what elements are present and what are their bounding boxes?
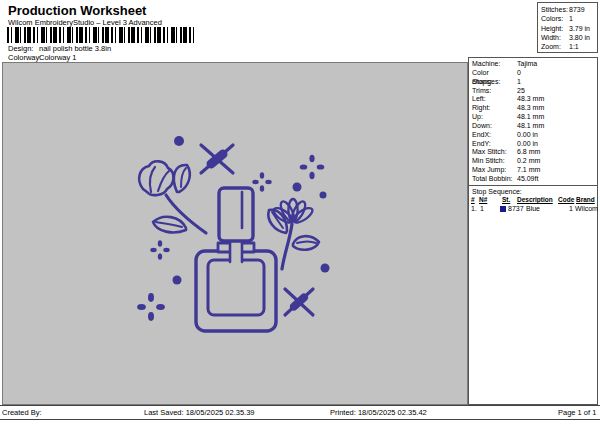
embroidery-design (3, 63, 467, 404)
footer-created-by: Created By: (2, 408, 42, 417)
production-worksheet-page: { "header": { "title": "Production Works… (0, 0, 600, 424)
stat-height: Height:3.79 in (541, 24, 597, 33)
stat-colors: Colors:1 (541, 14, 597, 23)
stat-zoom: Zoom:1:1 (541, 42, 597, 51)
thread-color-swatch (500, 206, 506, 213)
app-subtitle: Wilcom EmbroideryStudio – Level 3 Advanc… (8, 18, 162, 27)
footer-printed: Printed: 18/05/2025 02.35.42 (330, 408, 427, 417)
stop-sequence-title: Stop Sequence: (472, 188, 597, 195)
design-value: nail polish bottle 3.8in (39, 44, 111, 53)
dot-3 (320, 192, 327, 199)
footer-last-saved: Last Saved: 18/05/2025 02.35.39 (144, 408, 255, 417)
design-canvas (2, 62, 468, 405)
design-name-row: Design: nail polish bottle 3.8in (8, 44, 111, 53)
design-barcode (7, 27, 196, 43)
dot-2 (293, 183, 302, 192)
dot-1 (174, 136, 184, 146)
dot-5 (321, 264, 330, 273)
page-title: Production Worksheet (8, 3, 146, 18)
stop-sequence-header: # N# St. Description Code Brand (469, 196, 597, 205)
colorway-label: Colorway: (8, 53, 39, 62)
stop-sequence-panel: Stop Sequence: # N# St. Description Code… (468, 185, 598, 405)
dot-4 (173, 276, 182, 285)
stat-stitches: Stitches:8739 (541, 5, 597, 14)
design-stats-box: Stitches:8739 Colors:1 Height:3.79 in Wi… (537, 2, 598, 53)
colorway-value: Colorway 1 (39, 53, 77, 62)
stop-sequence-row: 1. 1 8737 Blue 1 Wilcom (469, 205, 597, 215)
footer-rule-top (0, 405, 600, 406)
stat-width: Width:3.80 in (541, 33, 597, 42)
footer-page-number: Page 1 of 1 (558, 408, 596, 417)
footer-rule-bottom (0, 419, 600, 420)
design-label: Design: (8, 44, 39, 53)
bottle-cap (219, 188, 253, 241)
machine-info-panel: Machine:Tajima Color changes:0 Stops:1 T… (468, 57, 598, 186)
colorway-row: Colorway: Colorway 1 (8, 53, 77, 62)
